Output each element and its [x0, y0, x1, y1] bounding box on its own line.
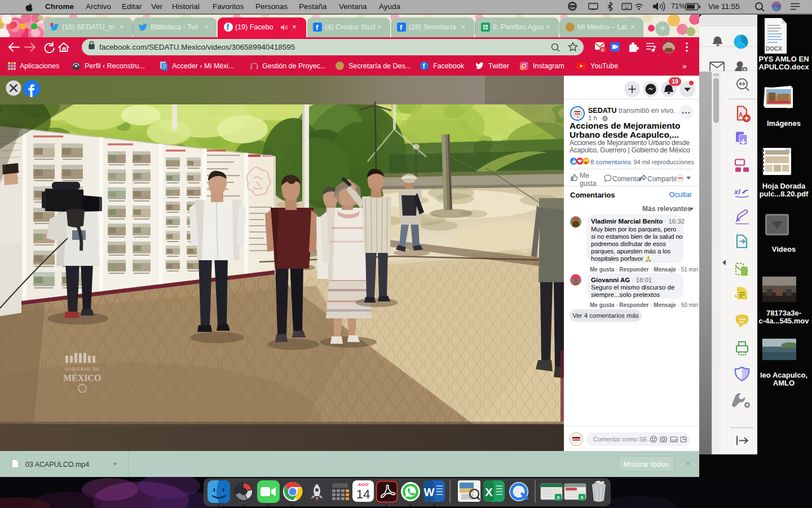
svg-text:x: x [557, 494, 559, 500]
svg-text:GIF: GIF [672, 439, 677, 442]
svg-text:X: X [485, 486, 493, 498]
svg-text:14: 14 [356, 487, 370, 501]
svg-text:8: 8 [602, 47, 604, 52]
svg-text:W: W [424, 486, 435, 498]
svg-text:GOBIERNO DE: GOBIERNO DE [65, 367, 100, 372]
svg-text:AGO: AGO [358, 482, 368, 487]
svg-text:xl: xl [734, 187, 740, 196]
svg-text:x: x [580, 494, 583, 500]
svg-text:DOCX: DOCX [766, 46, 782, 52]
svg-text:facebook.com/SEDATU.Mexico/vid: facebook.com/SEDATU.Mexico/videos/306589… [99, 43, 295, 51]
svg-text:MÉXICO: MÉXICO [63, 373, 102, 383]
svg-text:A: A [739, 112, 743, 118]
